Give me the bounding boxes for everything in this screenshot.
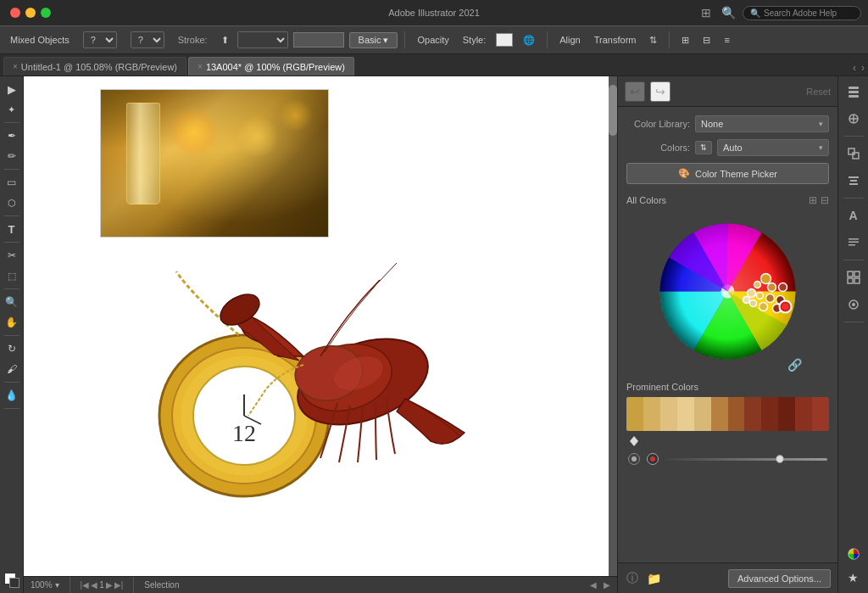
tab-arrow-left[interactable]: ‹ xyxy=(853,62,856,74)
link-btn[interactable]: 🔗 xyxy=(787,358,802,372)
swatch-2[interactable] xyxy=(643,397,660,431)
question-btn[interactable]: ? xyxy=(78,30,122,50)
selection-tool[interactable]: ▶ xyxy=(3,80,21,98)
svg-point-21 xyxy=(748,289,756,298)
title-bar: Adobe Illustrator 2021 ⊞ 🔍 🔍 Search Adob… xyxy=(0,0,868,25)
direct-selection-tool[interactable]: ✦ xyxy=(3,100,21,119)
prev-artboard-btn[interactable]: ◀ xyxy=(590,580,597,590)
close-button[interactable] xyxy=(10,8,20,18)
canvas-area[interactable]: 12 xyxy=(24,76,617,593)
libraries-btn[interactable] xyxy=(842,293,865,316)
opacity-label: Opacity xyxy=(412,33,453,47)
eyedropper-tool[interactable]: 💧 xyxy=(3,386,21,405)
redo-btn[interactable]: ↪ xyxy=(650,81,670,102)
stroke-up-btn[interactable]: ⬆ xyxy=(216,33,234,48)
swatch-1[interactable] xyxy=(626,397,643,431)
basic-button[interactable]: Basic ▾ xyxy=(349,32,398,48)
transform-icon[interactable]: ⇅ xyxy=(644,33,662,48)
menu-icon[interactable]: ≡ xyxy=(719,33,734,47)
color-library-select[interactable]: None ▾ xyxy=(695,115,829,132)
scissors-tool[interactable]: ✂ xyxy=(3,246,21,265)
swatch-7[interactable] xyxy=(728,397,745,431)
slider-thumb[interactable] xyxy=(776,455,784,463)
globe-icon[interactable]: 🌐 xyxy=(518,33,540,48)
tab-13a004[interactable]: × 13A004* @ 100% (RGB/Preview) xyxy=(188,57,354,76)
layers-btn[interactable] xyxy=(842,80,865,103)
next-page-btn[interactable]: ▶ xyxy=(106,580,113,590)
properties-icon[interactable]: ⊟ xyxy=(698,33,715,48)
reset-btn[interactable]: Reset xyxy=(806,87,831,97)
last-page-btn[interactable]: ▶| xyxy=(114,580,124,590)
brush-tool[interactable]: 🖌 xyxy=(3,360,21,378)
character-panel-btn[interactable]: A xyxy=(842,204,865,227)
radio-btn-2[interactable] xyxy=(647,453,659,465)
swatch-5[interactable] xyxy=(694,397,711,431)
stroke-indicator[interactable] xyxy=(9,578,19,588)
colors-select[interactable]: ⇅ xyxy=(695,141,712,154)
pencil-tool[interactable]: ✏ xyxy=(3,147,21,165)
titlebar-right: ⊞ 🔍 🔍 Search Adobe Help xyxy=(698,5,868,20)
advanced-options-btn[interactable]: Advanced Options... xyxy=(728,569,831,588)
transform-panel-btn[interactable] xyxy=(842,142,865,165)
radio-btn-1[interactable] xyxy=(628,453,640,465)
prev-page-btn[interactable]: ◀ xyxy=(91,580,97,590)
eraser-tool[interactable]: ⬚ xyxy=(3,266,21,285)
color-wheel-svg[interactable] xyxy=(649,213,806,370)
pen-tool[interactable]: ✒ xyxy=(3,126,21,145)
polygon-tool[interactable]: ⬡ xyxy=(3,193,21,212)
align-panel-btn[interactable] xyxy=(842,169,865,193)
swatch-9[interactable] xyxy=(761,397,778,431)
tab-untitled[interactable]: × Untitled-1 @ 105.08% (RGB/Preview) xyxy=(3,57,186,76)
minimize-button[interactable] xyxy=(25,8,36,18)
zoom-control[interactable]: 100% ▾ xyxy=(31,580,59,590)
stroke-type-select[interactable]: ? xyxy=(83,31,117,48)
scrollbar-thumb[interactable] xyxy=(609,85,617,136)
swatches-btn[interactable]: ★ xyxy=(842,566,865,590)
grid-view-btn[interactable]: ⊞ xyxy=(809,194,817,206)
rotate-tool[interactable]: ↻ xyxy=(3,339,21,358)
search-help-icon[interactable]: 🔍 xyxy=(721,5,736,20)
zoom-tool[interactable]: 🔍 xyxy=(3,293,21,311)
stroke-select[interactable]: ? xyxy=(125,30,170,50)
document-canvas[interactable]: 12 xyxy=(24,76,617,576)
svg-point-48 xyxy=(852,303,855,306)
swatch-10[interactable] xyxy=(778,397,795,431)
maximize-button[interactable] xyxy=(41,8,51,18)
first-page-btn[interactable]: |◀ xyxy=(81,580,90,590)
grid-icon[interactable]: ⊞ xyxy=(698,5,714,20)
swatch-8[interactable] xyxy=(744,397,761,431)
swatch-12[interactable] xyxy=(812,397,829,431)
section-icons: ⊞ ⊟ xyxy=(809,194,829,206)
type-tool[interactable]: T xyxy=(3,220,21,238)
paragraph-panel-btn[interactable] xyxy=(842,231,865,255)
stroke-select-2[interactable]: ? xyxy=(131,31,164,48)
color-theme-picker-btn[interactable]: 🎨 Color Theme Picker xyxy=(626,163,829,184)
list-view-btn[interactable]: ⊟ xyxy=(821,194,829,206)
undo-btn[interactable]: ↩ xyxy=(625,81,645,102)
rectangle-tool[interactable]: ▭ xyxy=(3,173,21,192)
tab-close-icon-2[interactable]: × xyxy=(198,62,203,71)
color-panel-btn[interactable] xyxy=(842,542,865,566)
folder-btn[interactable]: 📁 xyxy=(645,570,663,587)
color-slider[interactable] xyxy=(665,458,827,461)
swatch-3[interactable] xyxy=(660,397,677,431)
properties-panel-btn[interactable] xyxy=(842,107,865,131)
swatch-4[interactable] xyxy=(677,397,694,431)
hand-tool[interactable]: ✋ xyxy=(3,313,21,332)
tab-arrow-right[interactable]: › xyxy=(861,62,865,74)
colors-value-select[interactable]: Auto ▾ xyxy=(717,139,829,156)
info-btn[interactable]: ⓘ xyxy=(625,569,640,588)
search-adobe-help[interactable]: 🔍 Search Adobe Help xyxy=(743,6,861,20)
artboards-btn[interactable] xyxy=(842,266,865,289)
vertical-scrollbar[interactable] xyxy=(609,76,617,576)
stroke-width-select[interactable] xyxy=(237,31,288,48)
swatch-11[interactable] xyxy=(795,397,812,431)
swatch-6[interactable] xyxy=(711,397,728,431)
tab-close-icon[interactable]: × xyxy=(13,62,18,71)
zoom-chevron[interactable]: ▾ xyxy=(55,580,59,590)
style-preview xyxy=(496,33,513,47)
arrange-icon[interactable]: ⊞ xyxy=(676,33,694,48)
color-swatches[interactable] xyxy=(626,397,829,431)
panel-body: Color Library: None ▾ Colors: ⇅ Auto ▾ xyxy=(618,107,837,562)
next-artboard-btn[interactable]: ▶ xyxy=(604,580,610,590)
